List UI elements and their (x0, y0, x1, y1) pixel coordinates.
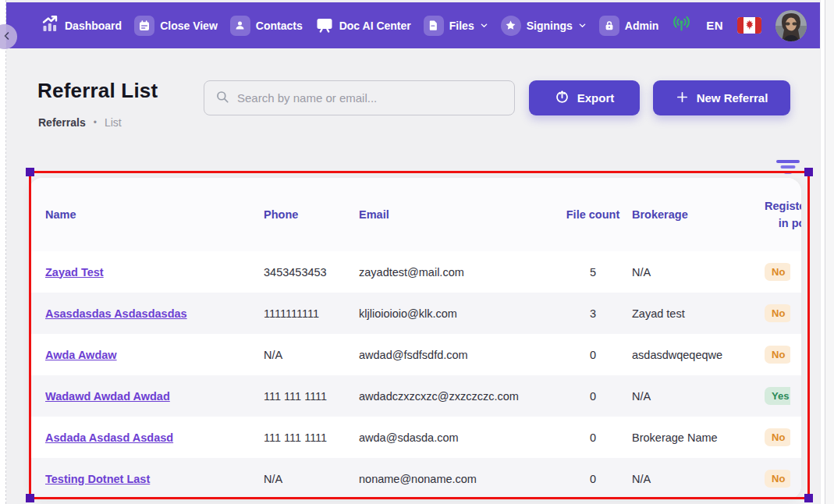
brokerage-cell: Zayad test (626, 307, 765, 320)
phone-cell: 111 111 1111 (264, 431, 359, 444)
referral-name-link[interactable]: Asasdasdas Asdasdasdas (45, 307, 187, 320)
referral-name-link[interactable]: Testing Dotnet Last (45, 473, 150, 485)
email-cell: awdadczxzcxzc@zxzczczc.com (359, 390, 560, 403)
email-cell: kljlioioioio@klk.com (359, 307, 560, 320)
nav-item-signings[interactable]: Signings (501, 16, 587, 36)
column-header-registered[interactable]: Registered in portal (765, 197, 801, 232)
breadcrumb-leaf: List (105, 116, 122, 129)
nav-item-close-view[interactable]: Close View (134, 16, 218, 36)
nav-label: Signings (527, 20, 573, 32)
email-cell: awda@sdasda.com (359, 431, 560, 444)
export-button-label: Export (577, 91, 615, 105)
app-screen: Dashboard Close View (0, 0, 834, 504)
table-row: Asasdasdas Asdasdasdas 1111111111 kljlio… (29, 293, 801, 334)
file-count-cell: 0 (560, 390, 626, 403)
referral-table-card: Name Phone Email File count Brokerage Re… (29, 178, 801, 499)
nav-item-files[interactable]: Files (424, 16, 488, 36)
breadcrumb: Referrals • List (38, 116, 122, 129)
registered-badge: No (765, 470, 790, 488)
brokerage-cell: asdasdwqeqeqwe (626, 349, 765, 361)
file-count-cell: 0 (560, 473, 626, 485)
email-cell: awdad@fsdfsdfd.com (359, 349, 560, 361)
nav-item-dashboard[interactable]: Dashboard (41, 15, 122, 36)
page-title: Referral List (37, 79, 158, 103)
referral-name-link[interactable]: Asdada Asdasd Asdasd (45, 431, 173, 444)
language-label[interactable]: EN (706, 19, 722, 32)
scrollbar-track[interactable] (825, 0, 834, 504)
export-upload-icon (555, 90, 570, 107)
brokerage-cell: N/A (626, 473, 765, 485)
breadcrumb-root[interactable]: Referrals (38, 116, 86, 129)
file-count-cell: 5 (560, 266, 626, 279)
broadcast-icon[interactable] (671, 13, 692, 37)
chevron-down-icon (578, 20, 587, 32)
table-row: Asdada Asdasd Asdasd 111 111 1111 awda@s… (29, 417, 801, 458)
new-referral-button[interactable]: New Referral (653, 80, 790, 115)
file-icon (424, 16, 444, 36)
brokerage-cell: N/A (626, 266, 765, 279)
email-cell: noname@noname.com (359, 473, 560, 485)
referral-name-link[interactable]: Wadawd Awdad Awdad (45, 390, 170, 403)
chevron-left-icon (0, 30, 12, 44)
app-area: Dashboard Close View (6, 0, 820, 504)
table-row: Awda Awdaw N/A awdad@fsdfsdfd.com 0 asda… (29, 334, 801, 375)
email-cell: zayadtest@mail.com (359, 266, 560, 279)
breadcrumb-separator: • (94, 117, 97, 128)
table-row: Wadawd Awdad Awdad 111 111 1111 awdadczx… (29, 375, 801, 417)
registered-badge: No (765, 428, 790, 446)
nav-label: Close View (160, 20, 218, 32)
table-row: Testing Dotnet Last N/A noname@noname.co… (29, 458, 801, 499)
nav-label: Files (449, 20, 474, 32)
column-header-brokerage[interactable]: Brokerage (626, 206, 765, 223)
registered-badge: No (765, 263, 790, 281)
file-count-cell: 3 (560, 307, 626, 320)
chevron-down-icon (480, 20, 488, 32)
brokerage-cell: Brokerage Name (626, 431, 765, 444)
new-referral-button-label: New Referral (697, 91, 768, 105)
referral-name-link[interactable]: Awda Awdaw (45, 349, 117, 361)
registered-badge: No (765, 304, 790, 322)
plus-icon (676, 91, 689, 106)
file-count-cell: 0 (560, 431, 626, 444)
column-header-email[interactable]: Email (359, 206, 560, 223)
nav-item-admin[interactable]: Admin (599, 16, 659, 36)
calendar-icon (134, 16, 154, 36)
top-navbar: Dashboard Close View (6, 2, 820, 48)
nav-label: Admin (625, 20, 659, 32)
registered-badge: No (765, 346, 790, 364)
column-header-file-count[interactable]: File count (560, 206, 626, 223)
search-input[interactable] (237, 91, 503, 105)
filter-icon[interactable] (776, 160, 800, 175)
referral-name-link[interactable]: Zayad Test (45, 266, 104, 279)
scrollbar-rail[interactable] (820, 0, 834, 504)
table-header-row: Name Phone Email File count Brokerage Re… (29, 178, 801, 251)
file-count-cell: 0 (560, 349, 626, 361)
user-avatar[interactable] (775, 10, 807, 41)
contacts-person-icon (230, 16, 250, 36)
phone-cell: 1111111111 (264, 307, 359, 320)
nav-item-doc-ai-center[interactable]: Doc AI Center (315, 15, 411, 36)
dashboard-chart-icon (41, 15, 59, 36)
registered-badge: Yes (765, 387, 790, 405)
search-icon (215, 90, 229, 107)
star-icon (501, 16, 521, 36)
phone-cell: 3453453453 (264, 266, 359, 279)
phone-cell: N/A (264, 473, 359, 485)
presentation-board-icon (315, 15, 334, 36)
left-rail (0, 0, 6, 504)
nav-item-contacts[interactable]: Contacts (230, 16, 303, 36)
search-box (204, 80, 515, 115)
nav-right-group: EN (671, 10, 806, 41)
lock-icon (599, 16, 619, 36)
canada-flag-icon[interactable] (737, 17, 761, 34)
column-header-phone[interactable]: Phone (264, 206, 359, 223)
phone-cell: 111 111 1111 (264, 390, 359, 403)
nav-label: Dashboard (65, 20, 122, 32)
phone-cell: N/A (264, 349, 359, 361)
column-header-name[interactable]: Name (45, 206, 264, 223)
nav-label: Doc AI Center (339, 20, 411, 32)
nav-label: Contacts (256, 20, 303, 32)
export-button[interactable]: Export (529, 80, 640, 115)
table-body: Zayad Test 3453453453 zayadtest@mail.com… (29, 251, 801, 499)
table-row: Zayad Test 3453453453 zayadtest@mail.com… (29, 251, 801, 293)
